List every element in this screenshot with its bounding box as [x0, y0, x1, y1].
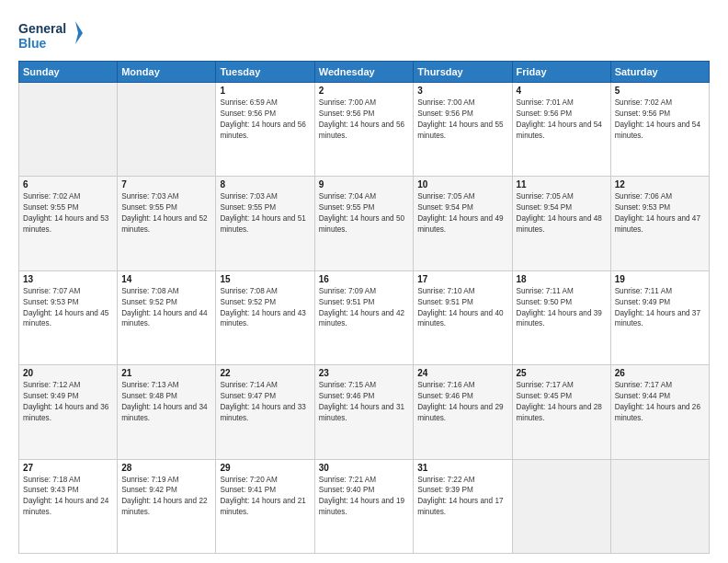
day-info: Sunrise: 7:10 AM Sunset: 9:51 PM Dayligh… — [417, 286, 507, 330]
calendar-cell: 16Sunrise: 7:09 AM Sunset: 9:51 PM Dayli… — [314, 270, 413, 364]
calendar-cell: 26Sunrise: 7:17 AM Sunset: 9:44 PM Dayli… — [610, 365, 709, 459]
logo-svg: General Blue — [18, 17, 83, 53]
day-info: Sunrise: 6:59 AM Sunset: 9:56 PM Dayligh… — [220, 98, 310, 142]
day-info: Sunrise: 7:04 AM Sunset: 9:55 PM Dayligh… — [319, 191, 409, 236]
calendar-cell: 18Sunrise: 7:11 AM Sunset: 9:50 PM Dayli… — [512, 270, 610, 364]
calendar-cell: 29Sunrise: 7:20 AM Sunset: 9:41 PM Dayli… — [216, 459, 314, 553]
day-info: Sunrise: 7:03 AM Sunset: 9:55 PM Dayligh… — [121, 191, 211, 236]
day-number: 29 — [220, 463, 310, 473]
day-number: 2 — [319, 86, 409, 96]
day-number: 4 — [517, 86, 607, 96]
day-info: Sunrise: 7:17 AM Sunset: 9:44 PM Dayligh… — [615, 380, 705, 424]
day-info: Sunrise: 7:08 AM Sunset: 9:52 PM Dayligh… — [220, 286, 310, 330]
day-info: Sunrise: 7:16 AM Sunset: 9:46 PM Dayligh… — [417, 380, 507, 424]
day-number: 16 — [319, 274, 409, 284]
day-number: 7 — [121, 179, 211, 190]
calendar-body: 1Sunrise: 6:59 AM Sunset: 9:56 PM Daylig… — [19, 83, 710, 554]
logo: General Blue — [18, 17, 83, 53]
calendar-cell: 6Sunrise: 7:02 AM Sunset: 9:55 PM Daylig… — [19, 177, 118, 270]
day-number: 26 — [615, 368, 705, 378]
day-number: 17 — [417, 274, 507, 284]
calendar-header-row: SundayMondayTuesdayWednesdayThursdayFrid… — [19, 62, 710, 83]
calendar-cell: 31Sunrise: 7:22 AM Sunset: 9:39 PM Dayli… — [414, 459, 512, 553]
day-info: Sunrise: 7:02 AM Sunset: 9:56 PM Dayligh… — [615, 98, 705, 142]
calendar-cell: 9Sunrise: 7:04 AM Sunset: 9:55 PM Daylig… — [314, 177, 413, 270]
day-number: 20 — [23, 368, 113, 378]
calendar-cell: 8Sunrise: 7:03 AM Sunset: 9:55 PM Daylig… — [216, 177, 314, 270]
day-number: 6 — [23, 179, 113, 190]
day-number: 23 — [319, 368, 409, 378]
day-number: 28 — [121, 463, 211, 473]
day-info: Sunrise: 7:13 AM Sunset: 9:48 PM Dayligh… — [121, 380, 211, 424]
calendar-cell: 20Sunrise: 7:12 AM Sunset: 9:49 PM Dayli… — [19, 365, 118, 459]
calendar-cell: 15Sunrise: 7:08 AM Sunset: 9:52 PM Dayli… — [216, 270, 314, 364]
day-info: Sunrise: 7:20 AM Sunset: 9:41 PM Dayligh… — [220, 475, 310, 519]
calendar-cell: 7Sunrise: 7:03 AM Sunset: 9:55 PM Daylig… — [118, 177, 216, 270]
calendar-cell: 25Sunrise: 7:17 AM Sunset: 9:45 PM Dayli… — [512, 365, 610, 459]
weekday-header: Sunday — [19, 62, 118, 83]
day-info: Sunrise: 7:03 AM Sunset: 9:55 PM Dayligh… — [220, 191, 310, 236]
day-info: Sunrise: 7:12 AM Sunset: 9:49 PM Dayligh… — [23, 380, 113, 424]
calendar-table: SundayMondayTuesdayWednesdayThursdayFrid… — [18, 61, 710, 554]
day-number: 9 — [319, 179, 409, 190]
day-number: 1 — [220, 86, 310, 96]
calendar-week-row: 20Sunrise: 7:12 AM Sunset: 9:49 PM Dayli… — [19, 365, 710, 459]
day-info: Sunrise: 7:11 AM Sunset: 9:50 PM Dayligh… — [517, 286, 607, 330]
day-info: Sunrise: 7:18 AM Sunset: 9:43 PM Dayligh… — [23, 475, 113, 519]
day-number: 19 — [615, 274, 705, 284]
day-info: Sunrise: 7:06 AM Sunset: 9:53 PM Dayligh… — [615, 191, 705, 236]
day-number: 3 — [417, 86, 507, 96]
weekday-header: Tuesday — [216, 62, 314, 83]
day-info: Sunrise: 7:22 AM Sunset: 9:39 PM Dayligh… — [417, 475, 507, 519]
day-number: 22 — [220, 368, 310, 378]
calendar-cell: 13Sunrise: 7:07 AM Sunset: 9:53 PM Dayli… — [19, 270, 118, 364]
day-info: Sunrise: 7:07 AM Sunset: 9:53 PM Dayligh… — [23, 286, 113, 330]
day-number: 18 — [517, 274, 607, 284]
day-number: 13 — [23, 274, 113, 284]
day-number: 15 — [220, 274, 310, 284]
svg-text:Blue: Blue — [18, 36, 47, 51]
calendar-cell — [118, 83, 216, 177]
calendar-cell — [512, 459, 610, 553]
day-number: 5 — [615, 86, 705, 96]
calendar-cell: 4Sunrise: 7:01 AM Sunset: 9:56 PM Daylig… — [512, 83, 610, 177]
day-number: 21 — [121, 368, 211, 378]
calendar-cell: 23Sunrise: 7:15 AM Sunset: 9:46 PM Dayli… — [314, 365, 413, 459]
day-info: Sunrise: 7:08 AM Sunset: 9:52 PM Dayligh… — [121, 286, 211, 330]
day-info: Sunrise: 7:01 AM Sunset: 9:56 PM Dayligh… — [517, 98, 607, 142]
day-number: 12 — [615, 179, 705, 190]
day-info: Sunrise: 7:09 AM Sunset: 9:51 PM Dayligh… — [319, 286, 409, 330]
calendar-week-row: 27Sunrise: 7:18 AM Sunset: 9:43 PM Dayli… — [19, 459, 710, 553]
calendar-cell — [610, 459, 709, 553]
calendar-cell: 27Sunrise: 7:18 AM Sunset: 9:43 PM Dayli… — [19, 459, 118, 553]
day-number: 24 — [417, 368, 507, 378]
day-number: 14 — [121, 274, 211, 284]
calendar-cell — [19, 83, 118, 177]
calendar-cell: 19Sunrise: 7:11 AM Sunset: 9:49 PM Dayli… — [610, 270, 709, 364]
day-info: Sunrise: 7:21 AM Sunset: 9:40 PM Dayligh… — [319, 475, 409, 519]
calendar-week-row: 1Sunrise: 6:59 AM Sunset: 9:56 PM Daylig… — [19, 83, 710, 177]
day-info: Sunrise: 7:00 AM Sunset: 9:56 PM Dayligh… — [417, 98, 507, 142]
calendar-cell: 22Sunrise: 7:14 AM Sunset: 9:47 PM Dayli… — [216, 365, 314, 459]
day-number: 10 — [417, 179, 507, 190]
day-info: Sunrise: 7:11 AM Sunset: 9:49 PM Dayligh… — [615, 286, 705, 330]
svg-marker-2 — [75, 21, 83, 44]
page-header: General Blue — [18, 17, 710, 53]
svg-text:General: General — [18, 21, 66, 36]
day-info: Sunrise: 7:17 AM Sunset: 9:45 PM Dayligh… — [517, 380, 607, 424]
weekday-header: Thursday — [414, 62, 512, 83]
day-info: Sunrise: 7:15 AM Sunset: 9:46 PM Dayligh… — [319, 380, 409, 424]
day-number: 11 — [517, 179, 607, 190]
calendar-cell: 1Sunrise: 6:59 AM Sunset: 9:56 PM Daylig… — [216, 83, 314, 177]
calendar-cell: 24Sunrise: 7:16 AM Sunset: 9:46 PM Dayli… — [414, 365, 512, 459]
day-info: Sunrise: 7:02 AM Sunset: 9:55 PM Dayligh… — [23, 191, 113, 236]
day-number: 8 — [220, 179, 310, 190]
weekday-header: Saturday — [610, 62, 709, 83]
calendar-cell: 28Sunrise: 7:19 AM Sunset: 9:42 PM Dayli… — [118, 459, 216, 553]
calendar-week-row: 6Sunrise: 7:02 AM Sunset: 9:55 PM Daylig… — [19, 177, 710, 270]
weekday-header: Friday — [512, 62, 610, 83]
calendar-cell: 3Sunrise: 7:00 AM Sunset: 9:56 PM Daylig… — [414, 83, 512, 177]
calendar-cell: 2Sunrise: 7:00 AM Sunset: 9:56 PM Daylig… — [314, 83, 413, 177]
weekday-header: Wednesday — [314, 62, 413, 83]
day-info: Sunrise: 7:19 AM Sunset: 9:42 PM Dayligh… — [121, 475, 211, 519]
